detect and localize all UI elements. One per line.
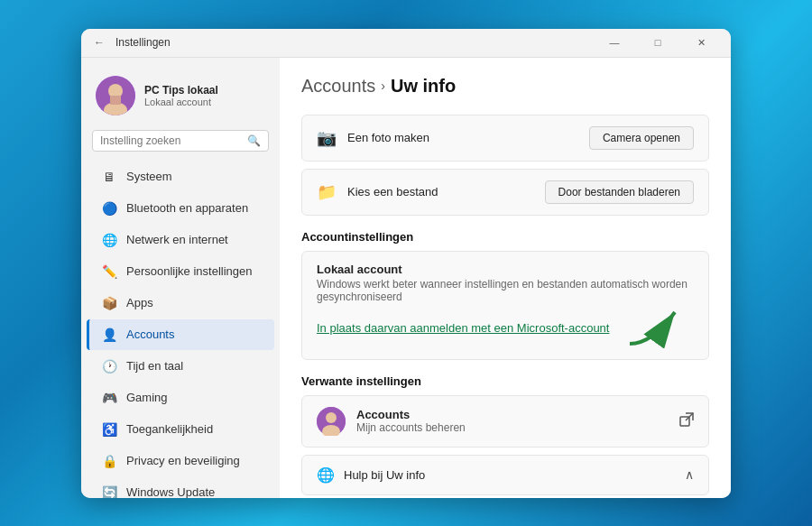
green-arrow xyxy=(625,303,679,348)
gaming-icon: 🎮 xyxy=(101,390,117,406)
search-input[interactable] xyxy=(100,134,242,147)
breadcrumb-parent: Accounts xyxy=(301,76,375,97)
apps-icon: 📦 xyxy=(101,295,117,311)
title-bar: ← Instellingen — □ ✕ xyxy=(81,29,731,58)
account-description: Windows werkt beter wanneer instellingen… xyxy=(317,278,694,303)
minimize-button[interactable]: — xyxy=(594,29,635,58)
window-title: Instellingen xyxy=(115,36,171,49)
file-card: 📁 Kies een bestand Door bestanden blader… xyxy=(301,169,709,216)
close-button[interactable]: ✕ xyxy=(680,29,722,58)
privacy-icon: 🔒 xyxy=(101,453,117,469)
account-name: Lokaal account xyxy=(317,263,694,276)
tijd-icon: 🕐 xyxy=(101,358,117,374)
sidebar-item-label: Toegankelijkheid xyxy=(126,422,213,436)
search-bar[interactable]: 🔍 xyxy=(92,130,269,152)
page-header: Accounts › Uw info xyxy=(301,76,709,97)
window-controls: — □ ✕ xyxy=(594,29,722,58)
persoonlijk-icon: ✏️ xyxy=(101,263,117,280)
sidebar-item-bluetooth[interactable]: 🔵 Bluetooth en apparaten xyxy=(87,193,274,224)
sidebar-item-privacy[interactable]: 🔒 Privacy en beveiliging xyxy=(87,446,274,476)
sidebar-item-apps[interactable]: 📦 Apps xyxy=(87,288,274,318)
sidebar-item-systeem[interactable]: 🖥 Systeem xyxy=(87,161,274,192)
sidebar: PC Tips lokaal Lokaal account 🔍 🖥 Systee… xyxy=(81,58,280,498)
user-info: PC Tips lokaal Lokaal account xyxy=(81,67,280,130)
page-title: Uw info xyxy=(391,76,456,97)
sidebar-item-label: Apps xyxy=(126,296,153,309)
camera-icon: 📷 xyxy=(317,128,337,148)
sidebar-item-persoonlijk[interactable]: ✏️ Persoonlijke instellingen xyxy=(87,256,274,287)
sidebar-item-toegankelijk[interactable]: ♿ Toegankelijkheid xyxy=(87,414,274,445)
sidebar-item-label: Persoonlijke instellingen xyxy=(126,264,252,278)
help-label: Hulp bij Uw info xyxy=(344,468,425,482)
user-name: PC Tips lokaal xyxy=(144,84,218,97)
sidebar-item-label: Tijd en taal xyxy=(126,359,183,373)
file-label: Kies een bestand xyxy=(347,185,438,198)
camera-button[interactable]: Camera openen xyxy=(589,126,694,150)
sidebar-item-tijd[interactable]: 🕐 Tijd en taal xyxy=(87,351,274,382)
nav-items: 🖥 Systeem 🔵 Bluetooth en apparaten 🌐 Net… xyxy=(81,161,280,498)
toegankelijk-icon: ♿ xyxy=(101,421,117,438)
avatar xyxy=(96,76,135,115)
sidebar-item-update[interactable]: 🔄 Windows Update xyxy=(87,477,274,498)
related-accounts-card[interactable]: Accounts Mijn accounts beheren xyxy=(301,395,709,448)
help-globe-icon: 🌐 xyxy=(317,466,335,484)
accounts-icon: 👤 xyxy=(101,327,117,343)
external-link-icon xyxy=(679,412,694,429)
user-subtitle: Lokaal account xyxy=(144,97,218,107)
svg-point-6 xyxy=(326,412,337,423)
update-icon: 🔄 xyxy=(101,484,117,498)
related-settings-title: Verwante instellingen xyxy=(301,374,709,388)
photo-card: 📷 Een foto maken Camera openen xyxy=(301,115,709,161)
breadcrumb-chevron: › xyxy=(381,78,385,93)
related-accounts-subtitle: Mijn accounts beheren xyxy=(356,421,669,434)
account-card: Lokaal account Windows werkt beter wanne… xyxy=(301,251,709,360)
back-button[interactable]: ← xyxy=(90,33,108,51)
bluetooth-icon: 🔵 xyxy=(101,200,117,217)
sidebar-item-label: Systeem xyxy=(126,170,172,183)
help-card[interactable]: 🌐 Hulp bij Uw info ∧ xyxy=(301,455,709,495)
svg-rect-3 xyxy=(110,96,121,105)
sidebar-item-label: Windows Update xyxy=(126,485,215,498)
help-chevron-icon: ∧ xyxy=(685,467,694,482)
search-icon: 🔍 xyxy=(247,134,261,147)
main-content: Accounts › Uw info 📷 Een foto maken Came… xyxy=(280,58,731,498)
browse-button[interactable]: Door bestanden bladeren xyxy=(545,180,694,204)
photo-label: Een foto maken xyxy=(347,131,429,144)
systeem-icon: 🖥 xyxy=(101,169,117,185)
netwerk-icon: 🌐 xyxy=(101,232,117,248)
maximize-button[interactable]: □ xyxy=(637,29,678,58)
sidebar-item-label: Bluetooth en apparaten xyxy=(126,201,248,215)
related-accounts-icon xyxy=(317,407,346,436)
related-accounts-name: Accounts xyxy=(356,408,669,421)
sidebar-item-netwerk[interactable]: 🌐 Netwerk en internet xyxy=(87,225,274,255)
sidebar-item-accounts[interactable]: 👤 Accounts xyxy=(87,319,274,350)
sidebar-item-gaming[interactable]: 🎮 Gaming xyxy=(87,383,274,413)
folder-icon: 📁 xyxy=(317,182,337,202)
account-settings-title: Accountinstellingen xyxy=(301,230,709,244)
settings-window: ← Instellingen — □ ✕ xyxy=(81,29,731,498)
sidebar-item-label: Gaming xyxy=(126,391,168,404)
sidebar-item-label: Netwerk en internet xyxy=(126,233,228,246)
microsoft-account-link[interactable]: In plaats daarvan aanmelden met een Micr… xyxy=(317,321,609,335)
sidebar-item-label: Accounts xyxy=(126,328,174,341)
sidebar-item-label: Privacy en beveiliging xyxy=(126,454,240,467)
